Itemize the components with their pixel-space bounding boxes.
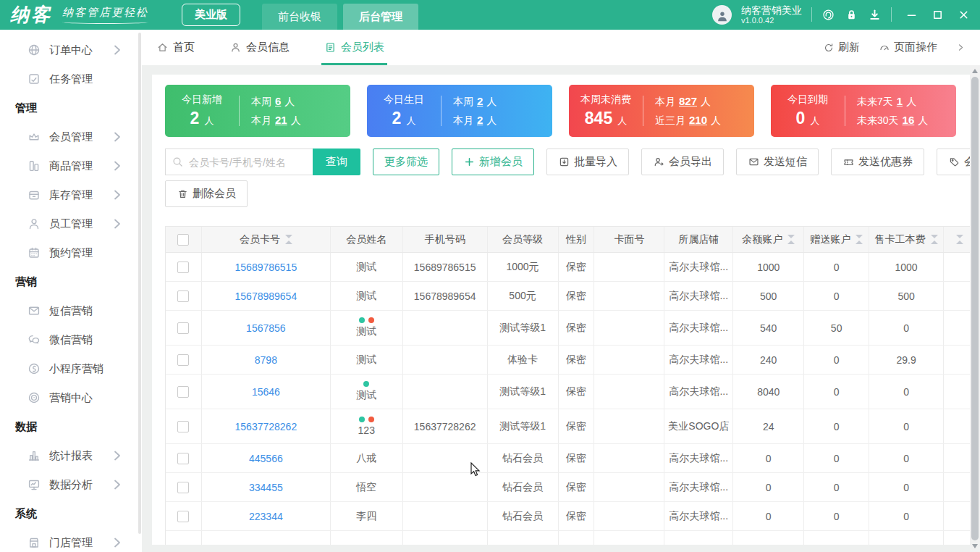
delete-member-button[interactable]: 删除会员 [165, 180, 248, 207]
title-bar: 纳客 纳客管店更轻松 美业版 前台收银后台管理 纳客营销美业 v1.0.0.42 [0, 0, 980, 30]
新增会员-button[interactable]: 新增会员 [452, 149, 534, 175]
member-card-link[interactable]: 15678989654 [235, 290, 297, 302]
page-tab[interactable]: 会员信息 [229, 30, 290, 65]
sidebar-item[interactable]: 商品管理 [0, 151, 142, 180]
member-card-link[interactable]: 223344 [249, 511, 283, 522]
sidebar-item[interactable]: 微信营销 [0, 325, 142, 354]
column-header[interactable]: 余额账户 [733, 227, 804, 252]
sidebar-scrollbar[interactable] [138, 33, 141, 534]
sidebar-item[interactable]: 会员管理 [0, 122, 142, 151]
chevron-right-icon [110, 448, 124, 463]
query-button[interactable]: 查询 [313, 149, 360, 175]
table-row[interactable]: 15678989654测试15678989654500元保密高尔夫球馆...50… [166, 282, 970, 311]
更多筛选-button[interactable]: 更多筛选 [373, 149, 439, 175]
page-tab[interactable]: 会员列表 [324, 30, 384, 65]
member-card-link[interactable]: 334455 [249, 482, 283, 493]
row-checkbox[interactable] [177, 386, 189, 398]
sidebar-item[interactable]: 库存管理 [0, 180, 142, 209]
app-slogan: 纳客管店更轻松 [62, 6, 148, 24]
calendar-icon [27, 246, 41, 260]
stat-card[interactable]: 本周未消费 845人 本月827人近三月210人 [569, 85, 754, 137]
sort-arrows[interactable] [931, 235, 938, 244]
download-icon[interactable] [868, 8, 882, 22]
avatar[interactable] [712, 5, 732, 25]
member-card-link[interactable]: 8798 [255, 354, 277, 366]
member-card-link[interactable]: 445566 [249, 453, 283, 464]
row-checkbox[interactable] [177, 290, 189, 302]
maximize-button[interactable] [932, 9, 944, 21]
sidebar-item[interactable]: 短信营销 [0, 296, 142, 325]
vertical-scrollbar[interactable] [970, 65, 980, 552]
column-header[interactable]: 售卡工本费 [869, 227, 944, 252]
批量导入-button[interactable]: 批量导入 [546, 149, 629, 175]
table-row[interactable]: 15689786515测试156897865151000元保密高尔夫球馆...1… [166, 253, 970, 282]
app-logo: 纳客 [10, 2, 52, 28]
sidebar-item[interactable]: 预约管理 [0, 238, 142, 267]
row-checkbox[interactable] [177, 262, 189, 273]
minimize-button[interactable] [905, 9, 918, 21]
会员导出-button[interactable]: 会员导出 [641, 149, 724, 175]
strip-action-gauge[interactable]: 页面操作 [879, 41, 937, 54]
发送短信-button[interactable]: 发送短信 [736, 149, 819, 175]
member-card-link[interactable]: 15646 [252, 386, 280, 398]
scrollbar-thumb[interactable] [971, 77, 979, 540]
sort-arrows[interactable] [956, 235, 963, 244]
table-row[interactable]: 1567856测试测试等级1保密高尔夫球馆...540500 [166, 311, 970, 346]
sort-arrows[interactable] [787, 235, 795, 244]
scroll-up-arrow[interactable] [972, 69, 978, 73]
chevron-right-icon[interactable] [956, 43, 966, 52]
store-icon [27, 535, 41, 550]
会员标签-button[interactable]: 会员标签 [937, 149, 970, 175]
member-card-link[interactable]: 15689786515 [235, 262, 297, 273]
table-row[interactable]: 1563772826212315637728262测试等级1保密美业SOGO店2… [166, 409, 970, 444]
select-all-checkbox[interactable] [177, 234, 189, 246]
customer-service-icon[interactable] [821, 8, 835, 22]
row-checkbox[interactable] [177, 482, 189, 493]
column-header[interactable]: 赠送账户 [804, 227, 869, 252]
column-header[interactable]: 会员卡号 [202, 227, 331, 252]
scroll-down-arrow[interactable] [972, 544, 978, 548]
gauge-icon [879, 42, 890, 54]
strip-action-refresh[interactable]: 刷新 [823, 41, 860, 54]
table-row[interactable]: 445566八戒钻石会员保密高尔夫球馆...000 [166, 444, 970, 473]
sidebar-item[interactable]: 统计报表 [0, 441, 142, 470]
member-card-link[interactable]: 1567856 [246, 322, 286, 334]
stat-card[interactable]: 今日到期 0人 未来7天1人未来30天16人 [771, 85, 956, 137]
table-row-partial [166, 531, 970, 545]
sidebar-item[interactable]: 门店管理 [0, 528, 142, 552]
sidebar-item[interactable]: 员工管理 [0, 209, 142, 238]
row-checkbox[interactable] [177, 511, 189, 522]
sidebar-item[interactable]: 营销中心 [0, 383, 142, 412]
table-row[interactable]: 15646测试测试等级1保密高尔夫球馆...804000 [166, 375, 970, 409]
user-info[interactable]: 纳客营销美业 v1.0.0.42 [741, 4, 802, 26]
sort-arrows[interactable] [285, 235, 292, 244]
chevron-right-icon [110, 43, 124, 57]
sidebar-item[interactable]: 订单中心 [0, 35, 142, 64]
stat-card[interactable]: 今日生日 2人 本周2人本月2人 [367, 85, 552, 137]
column-header[interactable] [166, 227, 202, 252]
sidebar-item[interactable]: 小程序营销 [0, 354, 142, 383]
search-icon [172, 156, 184, 168]
search-input[interactable] [165, 149, 313, 175]
table-row[interactable]: 334455悟空钻石会员保密高尔夫球馆...000 [166, 473, 970, 502]
page-tab[interactable]: 首页 [156, 30, 195, 65]
table-row[interactable]: 223344李四钻石会员保密高尔夫球馆...000 [166, 502, 970, 531]
top-nav-pos[interactable]: 前台收银 [262, 4, 337, 30]
sidebar-item[interactable]: 数据分析 [0, 470, 142, 499]
top-nav-backend[interactable]: 后台管理 [343, 4, 418, 30]
发送优惠券-button[interactable]: 发送优惠券 [831, 149, 924, 175]
close-button[interactable] [958, 9, 970, 21]
column-header[interactable] [944, 227, 970, 252]
member-card-link[interactable]: 15637728262 [235, 421, 297, 432]
edition-badge-button[interactable]: 美业版 [182, 4, 240, 26]
row-checkbox[interactable] [177, 453, 189, 464]
sidebar-item[interactable]: 任务管理 [0, 64, 142, 93]
sort-arrows[interactable] [856, 235, 863, 244]
row-checkbox[interactable] [177, 322, 189, 334]
column-header: 性别 [559, 227, 595, 252]
lock-icon[interactable] [845, 8, 858, 22]
table-row[interactable]: 8798测试体验卡保密高尔夫球馆...240029.9 [166, 346, 970, 375]
row-checkbox[interactable] [177, 354, 189, 366]
row-checkbox[interactable] [177, 421, 189, 432]
stat-card[interactable]: 今日新增 2人 本周6人本月21人 [165, 85, 350, 137]
